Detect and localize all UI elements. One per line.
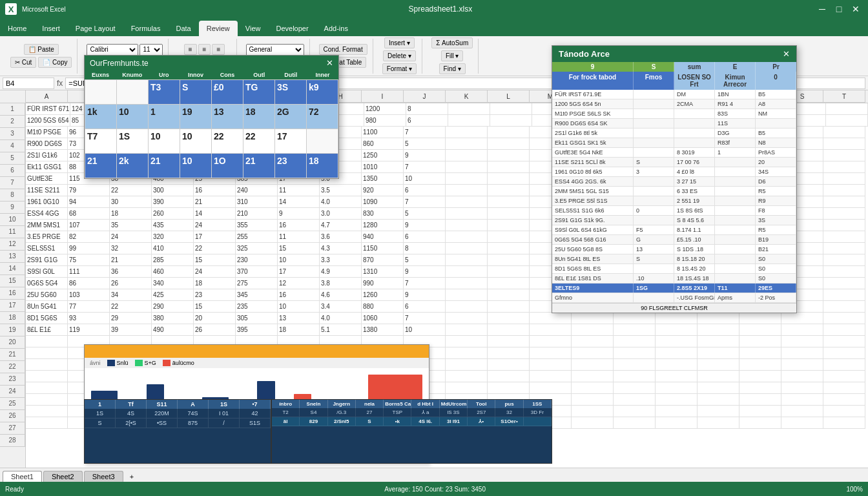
cell-r28-c18[interactable]	[739, 417, 781, 429]
cell-r18-c5[interactable]: 15	[194, 301, 236, 313]
col-header-k[interactable]: K	[446, 90, 488, 103]
row-header-12[interactable]: 12	[0, 238, 25, 251]
cell-r12-c1[interactable]: 3.E5 PRGE	[26, 231, 68, 243]
cell-r10-c2[interactable]: 68	[68, 208, 110, 220]
close-button[interactable]: ✕	[849, 3, 863, 15]
col-header-a[interactable]: A	[26, 90, 68, 103]
cell-r6-c1[interactable]: Ek11 GSG1	[26, 161, 68, 173]
cal-cell[interactable]: k9	[307, 80, 338, 105]
cell-r20-c8[interactable]: 5.1	[320, 324, 362, 336]
cell-r11-c11[interactable]	[446, 220, 488, 231]
cell-r1-c11[interactable]	[448, 103, 490, 115]
cell-r13-c9[interactable]: 1150	[362, 243, 404, 254]
cell-r10-c7[interactable]: 9	[278, 208, 320, 220]
cell-r10-c8[interactable]: 3.0	[320, 208, 362, 220]
row-header-21[interactable]: 21	[0, 349, 25, 361]
cal-cell[interactable]: 21	[85, 154, 117, 178]
cal-cell[interactable]: 22	[212, 129, 243, 154]
cell-r18-c4[interactable]: 290	[152, 301, 194, 313]
cell-r26-c15[interactable]	[614, 394, 656, 406]
cell-r20-c15[interactable]	[614, 324, 656, 336]
cell-r27-c1[interactable]	[26, 406, 68, 417]
cell-r24-c13[interactable]	[530, 371, 572, 382]
cell-r13-c1[interactable]: SELS5S1	[26, 243, 68, 254]
ribbon-tab-home[interactable]: Microsoft Excel	[22, 6, 66, 13]
cal-cell[interactable]: S	[180, 80, 212, 105]
cal-cell[interactable]: T7	[85, 129, 117, 154]
cell-r10-c6[interactable]: 210	[236, 208, 278, 220]
cell-r16-c4[interactable]: 340	[152, 278, 194, 289]
tab-page-layout[interactable]: Page Layout	[68, 21, 123, 36]
cell-r1-c1[interactable]: FÜR IRST 671.9E	[26, 103, 70, 115]
cell-r18-c20[interactable]	[823, 301, 865, 313]
cell-r17-c12[interactable]	[488, 289, 530, 301]
cell-r15-c7[interactable]: 17	[278, 266, 320, 278]
cell-r8-c11[interactable]	[446, 185, 488, 196]
cell-r24-c14[interactable]	[572, 371, 614, 382]
cell-r6-c10[interactable]: 7	[404, 161, 446, 173]
cell-r5-c20[interactable]	[823, 150, 865, 161]
cell-r7-c12[interactable]	[488, 173, 530, 185]
cell-r8-c3[interactable]: 22	[110, 185, 152, 196]
cell-r24-c20[interactable]	[823, 371, 865, 382]
cell-r26-c19[interactable]	[781, 394, 823, 406]
tab-home[interactable]: Home	[0, 21, 34, 36]
cal-cell[interactable]: 21	[149, 154, 180, 178]
cell-r13-c12[interactable]	[488, 243, 530, 254]
cut-button[interactable]: ✂ Cut	[10, 57, 36, 68]
cell-r21-c18[interactable]	[739, 336, 781, 347]
cal-cell[interactable]: 21	[243, 154, 275, 178]
cell-r6-c20[interactable]	[823, 161, 865, 173]
cal-cell[interactable]: 10	[149, 129, 180, 154]
cell-r15-c4[interactable]: 460	[152, 266, 194, 278]
tab-developer[interactable]: Developer	[268, 21, 316, 36]
cell-r14-c20[interactable]	[823, 254, 865, 266]
cal-cell[interactable]	[85, 80, 117, 105]
cell-r22-c1[interactable]	[26, 347, 68, 359]
cell-r14-c10[interactable]: 5	[404, 254, 446, 266]
paste-button[interactable]: 📋 Paste	[24, 44, 59, 55]
cell-r14-c7[interactable]: 10	[278, 254, 320, 266]
cell-r9-c3[interactable]: 30	[110, 196, 152, 208]
cell-r25-c12[interactable]	[488, 382, 530, 394]
cell-r11-c4[interactable]: 435	[152, 220, 194, 231]
name-box-input[interactable]	[3, 78, 54, 89]
cell-r6-c9[interactable]: 1010	[362, 161, 404, 173]
minimize-button[interactable]: ─	[815, 3, 829, 15]
cell-r9-c2[interactable]: 94	[68, 196, 110, 208]
cell-r19-c9[interactable]: 1060	[362, 313, 404, 324]
cell-r2-c10[interactable]: 6	[406, 115, 448, 127]
cell-r10-c5[interactable]: 14	[194, 208, 236, 220]
cell-r22-c20[interactable]	[823, 347, 865, 359]
cell-r12-c5[interactable]: 17	[194, 231, 236, 243]
cell-r1-c20[interactable]	[826, 103, 868, 115]
cell-r19-c17[interactable]	[698, 313, 739, 324]
row-header-18[interactable]: 18	[0, 312, 25, 324]
cell-r24-c15[interactable]	[614, 371, 656, 382]
row-header-8[interactable]: 8	[0, 189, 25, 202]
row-header-16[interactable]: 16	[0, 287, 25, 300]
cell-r14-c12[interactable]	[488, 254, 530, 266]
cell-r25-c19[interactable]	[781, 382, 823, 394]
cell-r12-c4[interactable]: 320	[152, 231, 194, 243]
sp-data-row[interactable]: 11SE S211 5CLl 8k S 17 00 76 20	[552, 158, 796, 167]
cell-r14-c11[interactable]	[446, 254, 488, 266]
cell-r20-c7[interactable]: 18	[278, 324, 320, 336]
cell-r13-c20[interactable]	[823, 243, 865, 254]
cell-r8-c2[interactable]: 79	[68, 185, 110, 196]
cell-r10-c4[interactable]: 260	[152, 208, 194, 220]
cell-r12-c3[interactable]: 24	[110, 231, 152, 243]
cell-r13-c3[interactable]: 32	[110, 243, 152, 254]
sp-data-row[interactable]: 1961 0G10 8tl 6k5 3 4 £0 l8 34S	[552, 167, 796, 177]
cell-r20-c2[interactable]: 119	[68, 324, 110, 336]
cell-r12-c2[interactable]: 82	[68, 231, 110, 243]
cell-r11-c6[interactable]: 355	[236, 220, 278, 231]
cell-r10-c3[interactable]: 18	[110, 208, 152, 220]
cell-r11-c10[interactable]: 9	[404, 220, 446, 231]
cell-r13-c2[interactable]: 99	[68, 243, 110, 254]
cell-r19-c16[interactable]	[656, 313, 698, 324]
row-header-25[interactable]: 25	[0, 398, 25, 410]
align-center-button[interactable]: ≡	[198, 44, 211, 55]
sp-data-row[interactable]: GUtfE3E 5G4 NkE 8 3019 1 Pr8AS	[552, 148, 796, 158]
cell-r7-c9[interactable]: 1350	[362, 173, 404, 185]
